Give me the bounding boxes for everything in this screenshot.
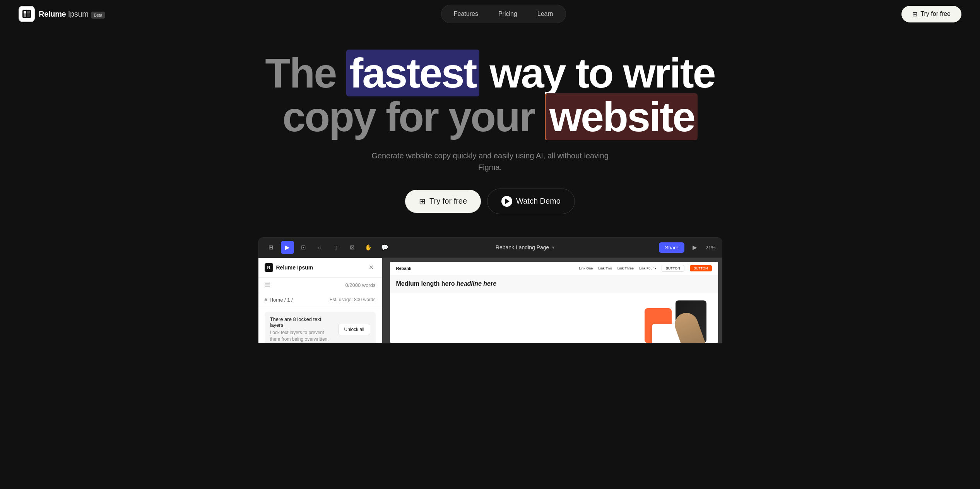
logo-icon [19, 6, 35, 22]
tool-comment[interactable]: 💬 [378, 241, 392, 254]
plugin-title: Relume Ipsum [276, 264, 313, 271]
tool-components[interactable]: ⊠ [346, 241, 359, 254]
tool-cursor[interactable]: ▶ [281, 241, 294, 254]
plugin-logo-icon: R [265, 263, 273, 272]
canvas-brand: Rebank [396, 266, 412, 271]
tool-hand[interactable]: ✋ [362, 241, 375, 254]
canvas-nav-links: Link One Link Two Link Three Link Four B… [579, 265, 711, 272]
nav-learn[interactable]: Learn [528, 7, 563, 21]
tool-group-2: ▶ [281, 241, 294, 254]
figma-zoom[interactable]: 21% [705, 245, 715, 251]
figma-toolbar: ⊞ ▶ ⊡ ○ T ⊠ ✋ 💬 Rebank Landing Page ▾ Sh… [258, 238, 722, 258]
nav-right: ⊞ Try for free [901, 6, 961, 22]
tool-type[interactable]: T [330, 241, 343, 254]
hero-try-free-button[interactable]: ⊞ Try for free [405, 190, 481, 213]
fastest-highlight: fastest [346, 50, 479, 96]
word-count: 0/2000 words [345, 282, 375, 288]
locked-notice: There are 8 locked text layers Lock text… [265, 312, 376, 343]
grid-icon: ⊞ [419, 197, 426, 206]
tool-shape[interactable]: ○ [313, 241, 327, 254]
locked-desc: Lock text layers to prevent them from be… [270, 329, 335, 343]
plugin-header: R Relume Ipsum ✕ [258, 258, 382, 278]
nav-features[interactable]: Features [445, 7, 487, 21]
canvas-decorative: Cards [390, 293, 718, 343]
locked-title: There are 8 locked text layers [270, 316, 335, 328]
plugin-panel: R Relume Ipsum ✕ ☰ 0/2000 words # Home /… [258, 258, 382, 343]
tool-group-4: ○ [313, 241, 327, 254]
website-highlight: website [545, 93, 698, 140]
tool-group-1: ⊞ [265, 241, 278, 254]
canvas-link2: Link Two [598, 266, 612, 270]
hero-title: The fastest way to write copy for your w… [265, 51, 715, 139]
hero-watch-demo-button[interactable]: Watch Demo [487, 189, 575, 214]
svg-rect-3 [24, 14, 26, 17]
nav-pricing[interactable]: Pricing [489, 7, 527, 21]
tool-grid[interactable]: ⊞ [265, 241, 278, 254]
canvas-navbar: Rebank Link One Link Two Link Three Link… [390, 262, 718, 275]
canvas-btn-filled: BUTTON [690, 265, 712, 271]
breadcrumb: # Home / 1 / [265, 297, 293, 303]
tool-play[interactable]: ▶ [688, 241, 701, 254]
canvas-link4: Link Four [639, 266, 656, 270]
plugin-close-button[interactable]: ✕ [367, 263, 376, 272]
figma-share-button[interactable]: Share [659, 242, 685, 253]
figma-mockup: ⊞ ▶ ⊡ ○ T ⊠ ✋ 💬 Rebank Landing Page ▾ Sh… [258, 237, 722, 343]
logo-area[interactable]: Relume IpsumBeta [19, 6, 105, 22]
chevron-down-icon: ▾ [552, 245, 554, 250]
canvas-btn-outline: BUTTON [662, 265, 684, 272]
figma-canvas: Rebank Link One Link Two Link Three Link… [382, 258, 722, 343]
nav-links: Features Pricing Learn [441, 5, 566, 23]
grid-icon: ⊞ [912, 10, 917, 18]
svg-rect-1 [24, 11, 26, 14]
svg-rect-4 [27, 14, 30, 17]
figma-tools-right: Share ▶ 21% [659, 241, 716, 254]
hero-subtitle: Generate website copy quickly and easily… [364, 150, 616, 173]
est-usage: Est. usage: 800 words [330, 297, 376, 302]
canvas-link1: Link One [579, 266, 593, 270]
unlock-all-button[interactable]: Unlock all [338, 324, 370, 335]
hash-icon: # [265, 297, 267, 303]
locked-text: There are 8 locked text layers Lock text… [270, 316, 335, 343]
canvas-hero: Medium length hero headline here [390, 275, 718, 293]
logo-text: Relume IpsumBeta [39, 10, 105, 19]
plugin-breadcrumb: # Home / 1 / Est. usage: 800 words [258, 293, 382, 307]
beta-badge: Beta [91, 12, 105, 19]
nav-try-free-button[interactable]: ⊞ Try for free [901, 6, 961, 22]
play-icon [501, 196, 512, 207]
hero-section: The fastest way to write copy for your w… [0, 28, 980, 230]
plugin-menu-row: ☰ 0/2000 words [258, 278, 382, 293]
hamburger-icon[interactable]: ☰ [265, 281, 270, 289]
figma-tools-left: ⊞ ▶ ⊡ ○ T ⊠ ✋ 💬 [265, 241, 392, 254]
plugin-logo: R Relume Ipsum [265, 263, 313, 272]
navbar: Relume IpsumBeta Features Pricing Learn … [0, 0, 980, 28]
figma-content: R Relume Ipsum ✕ ☰ 0/2000 words # Home /… [258, 258, 722, 343]
figma-file-title[interactable]: Rebank Landing Page ▾ [496, 244, 555, 251]
canvas-link3: Link Three [617, 266, 634, 270]
tool-group-3: ⊡ [297, 241, 310, 254]
tool-frame[interactable]: ⊡ [297, 241, 310, 254]
svg-rect-2 [27, 11, 30, 14]
canvas-hero-heading: Medium length hero headline here [396, 280, 712, 288]
canvas-content: Rebank Link One Link Two Link Three Link… [390, 262, 718, 343]
hero-actions: ⊞ Try for free Watch Demo [405, 189, 575, 214]
